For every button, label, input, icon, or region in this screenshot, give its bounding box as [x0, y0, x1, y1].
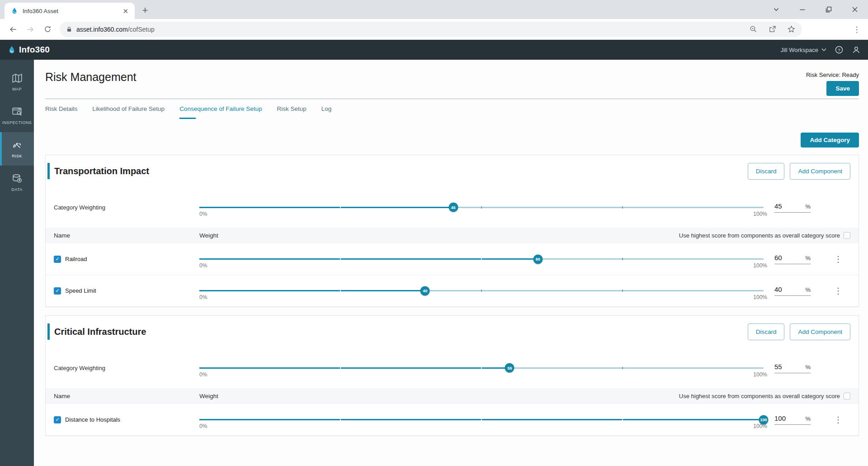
svg-text:?: ?	[838, 48, 840, 52]
category-weighting-label: Category Weighting	[54, 204, 105, 211]
forward-arrow-icon[interactable]	[23, 22, 38, 37]
slider-max-label: 100%	[753, 294, 767, 300]
risk-icon	[11, 139, 23, 151]
component-weight-value: 60	[774, 254, 782, 262]
slider-thumb[interactable]: 40	[420, 286, 430, 295]
logo-text: Info360	[19, 45, 50, 55]
tab-risk-setup[interactable]: Risk Setup	[277, 105, 307, 119]
tab-log[interactable]: Log	[321, 105, 332, 119]
component-weight-field[interactable]: 60 %	[774, 254, 811, 264]
category-weighting-slider-cell: 550%100%	[199, 367, 764, 369]
browser-menu-kebab-icon[interactable]: ⋮	[850, 25, 863, 34]
url-text: asset.info360.com/cofSetup	[76, 26, 155, 33]
new-tab-button[interactable]: +	[138, 4, 152, 17]
slider-thumb[interactable]: 45	[448, 203, 458, 212]
tab-close-icon[interactable]: ✕	[121, 7, 130, 15]
category-weighting-value: 55	[774, 363, 782, 371]
row-menu-kebab-icon[interactable]: ⋮	[831, 415, 845, 425]
slider-tick	[622, 206, 623, 209]
weight-slider[interactable]: 1000%100%	[199, 419, 764, 420]
component-slider-cell: 600%100%	[199, 258, 764, 260]
add-category-button[interactable]: Add Category	[801, 133, 859, 147]
window-minimize-button[interactable]	[789, 0, 816, 19]
address-bar[interactable]: asset.info360.com/cofSetup	[60, 22, 802, 37]
component-weight-field[interactable]: 40 %	[774, 285, 811, 296]
component-weight-field[interactable]: 100 %	[774, 414, 811, 425]
slider-max-label: 100%	[753, 423, 767, 429]
component-slider-cell: 400%100%	[199, 290, 764, 291]
slider-thumb[interactable]: 60	[533, 254, 542, 264]
component-checkbox[interactable]: ✓	[54, 416, 61, 423]
main-content: Risk Management Risk Service: Ready Save…	[34, 60, 868, 466]
highest-score-label: Use highest score from components as ove…	[679, 232, 840, 239]
component-checkbox[interactable]: ✓	[54, 287, 61, 295]
highest-score-checkbox[interactable]	[844, 232, 850, 239]
category-weighting-field[interactable]: 45 %	[774, 202, 811, 213]
back-arrow-icon[interactable]	[5, 22, 21, 37]
browser-tab-strip: Info360 Asset ✕ +	[0, 0, 868, 19]
window-restore-button[interactable]	[816, 0, 842, 19]
slider-min-label: 0%	[199, 211, 207, 217]
category-title: Critical Infrastructure	[54, 327, 146, 337]
percent-suffix: %	[805, 286, 811, 293]
slider-tick	[340, 367, 341, 369]
help-icon[interactable]: ?	[835, 45, 844, 54]
highest-score-label: Use highest score from components as ove…	[679, 393, 840, 399]
weight-slider[interactable]: 400%100%	[199, 290, 764, 291]
add-component-button[interactable]: Add Component	[790, 163, 850, 180]
reload-icon[interactable]	[40, 22, 55, 37]
slider-max-label: 100%	[753, 371, 767, 378]
user-account-icon[interactable]	[852, 45, 861, 54]
browser-tab-title: Info360 Asset	[23, 8, 116, 14]
slider-max-label: 100%	[753, 211, 767, 217]
zoom-out-icon[interactable]	[749, 25, 758, 33]
slider-tick	[340, 206, 341, 209]
component-row: ✓ Distance to Hospitals 1000%100% 100 % …	[46, 404, 859, 436]
slider-tick	[481, 367, 482, 369]
tab-bar: Risk Details Likelihood of Failure Setup…	[45, 105, 859, 119]
highest-score-checkbox[interactable]	[844, 393, 850, 399]
sidebar-item-map[interactable]: MAP	[0, 65, 34, 99]
risk-service-status: Risk Service: Ready	[806, 71, 859, 78]
add-component-button[interactable]: Add Component	[790, 323, 850, 340]
workspace-selector[interactable]: Jill Workspace	[780, 47, 826, 53]
component-name: Railroad	[65, 256, 87, 262]
weight-slider[interactable]: 450%100%	[199, 207, 764, 208]
tab-likelihood-of-failure-setup[interactable]: Likelihood of Failure Setup	[92, 105, 165, 119]
tab-search-chevron-icon[interactable]	[763, 0, 789, 19]
chevron-down-icon	[821, 48, 826, 52]
component-checkbox[interactable]: ✓	[54, 256, 61, 263]
slider-thumb[interactable]: 55	[505, 363, 514, 373]
component-weight-value: 100	[774, 414, 786, 422]
percent-suffix: %	[805, 203, 811, 210]
sidebar-item-data[interactable]: DATA	[0, 166, 34, 199]
sidebar-item-inspections[interactable]: INSPECTIONS	[0, 99, 34, 132]
category-weighting-field[interactable]: 55 %	[774, 363, 811, 373]
slider-max-label: 100%	[753, 262, 767, 269]
share-icon[interactable]	[768, 25, 777, 33]
weight-slider[interactable]: 600%100%	[199, 258, 764, 260]
map-icon	[11, 72, 23, 84]
weight-slider[interactable]: 550%100%	[199, 367, 764, 369]
component-weight-value: 40	[774, 285, 782, 293]
discard-button[interactable]: Discard	[748, 323, 785, 340]
data-icon	[11, 173, 23, 185]
sidebar-item-risk[interactable]: RISK	[0, 132, 34, 166]
percent-suffix: %	[805, 415, 811, 422]
save-button[interactable]: Save	[826, 81, 859, 96]
component-row: ✓ Speed Limit 400%100% 40 % ⋮	[46, 275, 859, 307]
tab-risk-details[interactable]: Risk Details	[45, 105, 77, 119]
row-menu-kebab-icon[interactable]: ⋮	[831, 286, 845, 296]
check-icon: ✓	[55, 417, 59, 422]
tab-consequence-of-failure-setup[interactable]: Consequence of Failure Setup	[179, 105, 262, 119]
browser-tab[interactable]: Info360 Asset ✕	[5, 3, 135, 19]
workspace-name: Jill Workspace	[780, 47, 818, 53]
window-close-button[interactable]	[842, 0, 868, 19]
slider-tick	[622, 418, 623, 421]
row-menu-kebab-icon[interactable]: ⋮	[831, 254, 845, 264]
slider-tick	[340, 258, 341, 260]
slider-min-label: 0%	[199, 294, 207, 300]
slider-tick	[622, 290, 623, 292]
bookmark-star-icon[interactable]	[787, 25, 796, 33]
discard-button[interactable]: Discard	[748, 163, 785, 180]
